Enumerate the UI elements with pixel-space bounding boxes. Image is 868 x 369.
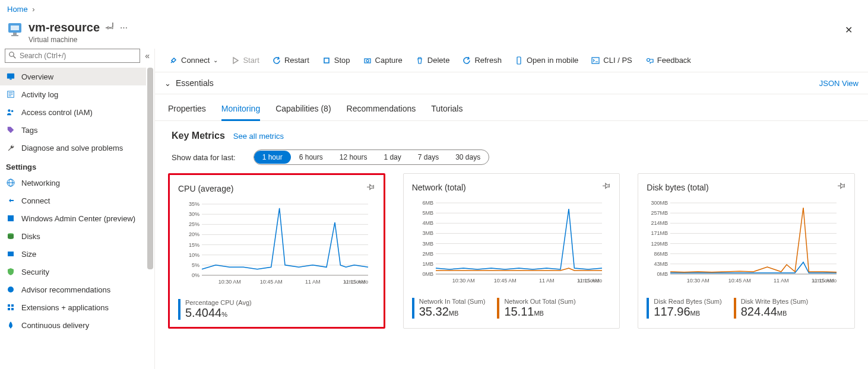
- trash-icon: [416, 56, 424, 65]
- tabs: Properties Monitoring Capabilities (8) R…: [155, 94, 868, 121]
- server-icon: [6, 214, 15, 223]
- nav-networking[interactable]: Networking: [0, 174, 146, 192]
- cli-ps-button[interactable]: CLI / PS: [585, 53, 638, 67]
- plug-icon: [169, 56, 178, 65]
- essentials-row[interactable]: ⌄ Essentials JSON View: [155, 72, 868, 94]
- stop-button[interactable]: Stop: [316, 53, 356, 67]
- svg-text:214MB: 214MB: [651, 220, 669, 226]
- json-view-link[interactable]: JSON View: [819, 79, 859, 88]
- search-input[interactable]: [18, 51, 136, 61]
- tab-capabilities[interactable]: Capabilities (8): [275, 100, 331, 120]
- nav-diagnose[interactable]: Diagnose and solve problems: [0, 139, 146, 157]
- metric-card-network[interactable]: Network (total) 0MB1MB2MB3MB3MB4MB5MB6MB…: [403, 173, 620, 329]
- legend-unit: MB: [777, 310, 787, 317]
- svg-rect-29: [517, 57, 521, 64]
- svg-text:25%: 25%: [189, 221, 199, 227]
- svg-text:1MB: 1MB: [422, 261, 433, 267]
- svg-rect-23: [8, 308, 10, 310]
- cpu-chart: 0%5%10%15%20%25%30%35%10:30 AM10:45 AM11…: [178, 199, 375, 294]
- svg-text:0%: 0%: [192, 272, 199, 278]
- nav-tags[interactable]: Tags: [0, 121, 146, 139]
- nav-size[interactable]: Size: [0, 245, 146, 263]
- svg-text:10:45 AM: 10:45 AM: [728, 278, 751, 284]
- pin-icon[interactable]: [106, 23, 114, 33]
- breadcrumb-home[interactable]: Home: [7, 5, 28, 14]
- nav-activity-log[interactable]: Activity log: [0, 85, 146, 103]
- svg-text:6MB: 6MB: [422, 200, 433, 206]
- svg-text:10:30 AM: 10:30 AM: [452, 278, 474, 284]
- nav-security[interactable]: Security: [0, 263, 146, 281]
- tab-tutorials[interactable]: Tutorials: [431, 100, 462, 120]
- svg-point-4: [9, 52, 14, 56]
- more-icon[interactable]: ⋯: [120, 23, 128, 32]
- svg-rect-17: [8, 215, 14, 221]
- nav-overview[interactable]: Overview: [0, 68, 146, 85]
- svg-text:3MB: 3MB: [422, 241, 433, 247]
- delete-button[interactable]: Delete: [410, 53, 456, 67]
- svg-text:UTC-06:00: UTC-06:00: [345, 279, 369, 285]
- range-12hours[interactable]: 12 hours: [331, 151, 376, 164]
- nav-connect[interactable]: Connect: [0, 192, 146, 209]
- key-metrics-heading: Key Metrics: [172, 131, 225, 141]
- feedback-button[interactable]: Feedback: [639, 53, 697, 67]
- command-bar: Connect ⌄ Start Restart Stop Captu: [155, 49, 868, 72]
- refresh-button[interactable]: Refresh: [457, 53, 508, 67]
- svg-rect-26: [324, 58, 329, 63]
- start-button[interactable]: Start: [225, 53, 265, 67]
- svg-point-28: [366, 59, 369, 62]
- svg-text:20%: 20%: [189, 231, 199, 237]
- legend-name: Disk Write Bytes (Sum): [741, 298, 808, 305]
- nav-windows-admin[interactable]: Windows Admin Center (preview): [0, 209, 146, 227]
- legend-unit: MB: [449, 310, 459, 317]
- tab-properties[interactable]: Properties: [168, 100, 206, 120]
- svg-text:15%: 15%: [189, 242, 199, 248]
- range-1day[interactable]: 1 day: [375, 151, 409, 164]
- nav-extensions[interactable]: Extensions + applications: [0, 298, 146, 316]
- nav-access-control[interactable]: Access control (IAM): [0, 103, 146, 121]
- connect-button[interactable]: Connect ⌄: [163, 53, 224, 67]
- pin-icon[interactable]: [367, 183, 375, 193]
- pin-icon[interactable]: [603, 182, 611, 192]
- nav-section-settings: Settings: [0, 157, 146, 174]
- legend-unit: %: [221, 311, 227, 318]
- range-1hour[interactable]: 1 hour: [254, 151, 291, 164]
- side-nav: Overview Activity log Access control (IA…: [0, 68, 154, 369]
- legend-color-blue: [647, 298, 649, 319]
- range-6hours[interactable]: 6 hours: [291, 151, 331, 164]
- restart-button[interactable]: Restart: [267, 53, 315, 67]
- range-30days[interactable]: 30 days: [447, 151, 489, 164]
- nav-disks[interactable]: Disks: [0, 227, 146, 245]
- metric-card-disk[interactable]: Disk bytes (total) 0MB43MB86MB129MB171MB…: [638, 173, 855, 329]
- nav-advisor[interactable]: Advisor recommendations: [0, 281, 146, 298]
- legend-unit: MB: [534, 310, 544, 317]
- time-range-selector: 1 hour 6 hours 12 hours 1 day 7 days 30 …: [254, 149, 490, 165]
- svg-text:11 AM: 11 AM: [305, 279, 321, 285]
- tab-monitoring[interactable]: Monitoring: [221, 100, 260, 121]
- shield-icon: [6, 267, 15, 276]
- collapse-icon[interactable]: «: [145, 51, 150, 61]
- svg-text:2MB: 2MB: [422, 251, 433, 257]
- wrench-icon: [6, 143, 15, 152]
- svg-point-12: [8, 109, 10, 112]
- close-icon[interactable]: ✕: [837, 21, 861, 39]
- svg-text:0MB: 0MB: [422, 271, 433, 277]
- metric-card-cpu[interactable]: CPU (average) 0%5%10%15%20%25%30%35%10:3…: [168, 173, 385, 329]
- range-7days[interactable]: 7 days: [410, 151, 447, 164]
- open-mobile-button[interactable]: Open in mobile: [509, 53, 584, 67]
- pin-icon[interactable]: [838, 182, 846, 192]
- page-header: vm-resource ⋯ Virtual machine ✕: [0, 18, 868, 49]
- svg-rect-22: [11, 304, 14, 307]
- nav-continuous-delivery[interactable]: Continuous delivery: [0, 316, 146, 334]
- legend-color-orange: [497, 298, 499, 319]
- search-box[interactable]: [5, 49, 140, 63]
- nav-label: Advisor recommendations: [21, 285, 110, 294]
- camera-icon: [363, 56, 372, 65]
- scrollbar[interactable]: [147, 68, 153, 269]
- capture-button[interactable]: Capture: [357, 53, 408, 67]
- tab-recommendations[interactable]: Recommendations: [347, 100, 416, 120]
- network-chart: 0MB1MB2MB3MB3MB4MB5MB6MB10:30 AM10:45 AM…: [412, 198, 612, 293]
- nav-label: Connect: [21, 196, 50, 205]
- see-all-metrics-link[interactable]: See all metrics: [233, 132, 284, 141]
- svg-rect-3: [11, 35, 18, 36]
- size-icon: [6, 249, 15, 259]
